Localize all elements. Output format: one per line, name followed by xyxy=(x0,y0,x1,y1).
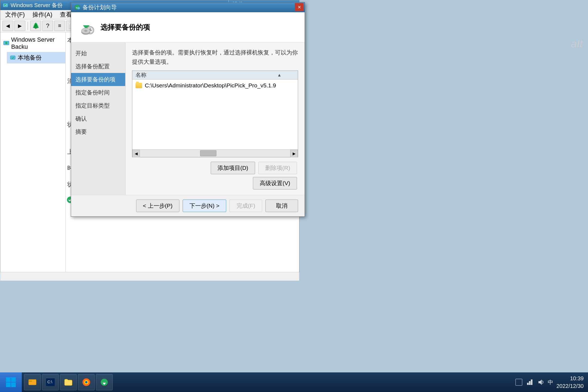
finish-btn[interactable]: 完成(F) xyxy=(229,200,262,212)
wizard-title-icon xyxy=(74,4,80,10)
advanced-btn-row: 高级设置(V) xyxy=(132,177,298,189)
taskbar-backup-btn[interactable] xyxy=(96,374,113,390)
mmc-title-icon xyxy=(2,2,8,8)
wizard-footer: < 上一步(P) 下一步(N) > 完成(F) 取消 xyxy=(71,195,305,216)
wizard-header: 选择要备份的项 xyxy=(71,12,305,42)
language-indicator[interactable]: 中 xyxy=(548,379,553,386)
tree-item-local-backup[interactable]: 本地备份 xyxy=(7,52,65,63)
wizard-main-panel: 选择要备份的项。需要执行恢复时，通过选择裸机恢复，可以为你提供大量选项。 名称 … xyxy=(125,42,305,195)
taskbar-items: C:\ xyxy=(22,372,115,392)
taskbar-firefox-btn[interactable] xyxy=(78,374,95,390)
clock-time: 10:39 xyxy=(556,375,584,382)
scroll-track[interactable] xyxy=(140,150,290,157)
svg-text:C:\: C:\ xyxy=(47,380,52,384)
cancel-btn[interactable]: 取消 xyxy=(265,200,298,212)
toolbar-showhide-btn[interactable]: 🌲 xyxy=(30,21,41,31)
svg-rect-4 xyxy=(10,56,15,59)
toolbar-details-btn[interactable]: ≡ xyxy=(54,21,65,31)
step-summary[interactable]: 摘要 xyxy=(71,125,125,138)
svg-rect-20 xyxy=(6,377,11,382)
wizard-header-svg-icon xyxy=(78,18,95,35)
svg-rect-21 xyxy=(11,377,16,382)
scroll-left-btn[interactable]: ◀ xyxy=(132,150,140,157)
svg-rect-23 xyxy=(11,382,16,387)
step-select-config[interactable]: 选择备份配置 xyxy=(71,60,125,73)
folder-icon-sm xyxy=(136,83,142,88)
menu-action[interactable]: 操作(A) xyxy=(29,10,56,20)
file-listbox[interactable]: 名称 ▲ C:\Users\Administrator\Desktop\PicP… xyxy=(132,71,298,157)
svg-rect-33 xyxy=(527,383,529,385)
svg-point-12 xyxy=(77,7,80,10)
svg-rect-25 xyxy=(29,381,32,382)
file-listbox-scrollbar[interactable]: ◀ ▶ xyxy=(132,149,298,157)
scroll-thumb[interactable] xyxy=(200,150,216,156)
tree-item-wsb[interactable]: Windows Server Backu xyxy=(0,35,65,52)
toolbar-back-btn[interactable]: ◀ xyxy=(2,21,13,31)
wizard-dialog: 备份计划向导 ✕ 选择要备份的项 开始 选择备份配置 xyxy=(71,2,305,217)
taskbar-folder-btn[interactable] xyxy=(60,374,77,390)
wizard-close-btn[interactable]: ✕ xyxy=(295,3,304,11)
file-listbox-header: 名称 ▲ xyxy=(132,71,298,79)
explorer-icon xyxy=(27,377,37,387)
wizard-description: 选择要备份的项。需要执行恢复时，通过选择裸机恢复，可以为你提供大量选项。 xyxy=(132,48,298,66)
wizard-titlebar: 备份计划向导 ✕ xyxy=(71,2,305,12)
csdn-watermark: aIt xyxy=(571,38,583,50)
backup-taskbar-icon xyxy=(99,377,109,387)
cmd-icon: C:\ xyxy=(45,377,55,387)
network-icon[interactable] xyxy=(526,378,534,386)
step-specify-time[interactable]: 指定备份时间 xyxy=(71,86,125,99)
file-listbox-content: C:\Users\Administrator\Desktop\PicPick_P… xyxy=(132,79,298,149)
windows-logo-icon xyxy=(5,377,16,388)
mmc-tree-panel: Windows Server Backu 本地备份 xyxy=(0,32,66,272)
tree-item-wsb-label: Windows Server Backu xyxy=(11,36,63,50)
taskbar-clock[interactable]: 10:39 2022/12/30 xyxy=(556,375,584,390)
svg-rect-32 xyxy=(516,379,522,385)
file-path-0: C:\Users\Administrator\Desktop\PicPick_P… xyxy=(145,82,276,89)
wsb-icon xyxy=(3,40,10,47)
tree-children: 本地备份 xyxy=(0,52,65,63)
step-confirm[interactable]: 确认 xyxy=(71,112,125,125)
toolbar-forward-btn[interactable]: ▶ xyxy=(14,21,25,31)
svg-rect-24 xyxy=(29,379,36,385)
svg-marker-36 xyxy=(538,379,542,385)
clock-date: 2022/12/30 xyxy=(556,382,584,390)
svg-rect-35 xyxy=(531,379,532,385)
firefox-icon xyxy=(81,377,91,387)
taskbar-cmd-btn[interactable]: C:\ xyxy=(42,374,59,390)
tree-item-local-backup-label: 本地备份 xyxy=(18,54,42,62)
folder-icon xyxy=(63,377,73,387)
taskbar-tray: 中 10:39 2022/12/30 xyxy=(511,372,588,392)
menu-file[interactable]: 文件(F) xyxy=(1,10,29,20)
file-list-col-name: 名称 xyxy=(136,71,146,79)
svg-point-19 xyxy=(84,30,87,32)
step-start[interactable]: 开始 xyxy=(71,47,125,60)
step-select-items[interactable]: 选择要备份的项 xyxy=(71,73,125,86)
show-desktop-icon[interactable] xyxy=(515,378,523,386)
taskbar-explorer-btn[interactable] xyxy=(24,374,41,390)
mmc-statusbar xyxy=(0,272,299,281)
sort-arrow-icon: ▲ xyxy=(277,73,281,78)
mmc-title-text: Windows Server 备份 xyxy=(11,2,63,9)
volume-icon[interactable] xyxy=(537,378,544,386)
step-specify-target[interactable]: 指定目标类型 xyxy=(71,99,125,112)
scroll-right-btn[interactable]: ▶ xyxy=(290,150,298,157)
wizard-header-title: 选择要备份的项 xyxy=(100,23,150,32)
remove-item-btn[interactable]: 删除项(R) xyxy=(258,162,297,174)
svg-point-3 xyxy=(5,42,7,44)
taskbar-start-button[interactable] xyxy=(0,372,22,392)
next-btn[interactable]: 下一步(N) > xyxy=(183,200,226,212)
wizard-content: 开始 选择备份配置 选择要备份的项 指定备份时间 指定目标类型 确认 摘要 选择… xyxy=(71,42,305,195)
svg-rect-22 xyxy=(6,382,11,387)
toolbar-sep-1 xyxy=(27,22,28,30)
advanced-settings-btn[interactable]: 高级设置(V) xyxy=(253,177,297,189)
toolbar-help-btn[interactable]: ? xyxy=(42,21,53,31)
wizard-header-icon-container xyxy=(78,18,95,37)
taskbar: C:\ xyxy=(0,372,588,392)
wizard-title-text: 备份计划向导 xyxy=(82,4,117,11)
local-backup-icon xyxy=(10,54,16,61)
prev-btn[interactable]: < 上一步(P) xyxy=(136,200,179,212)
add-remove-btn-row: 添加项目(D) 删除项(R) xyxy=(132,162,298,174)
file-item-0[interactable]: C:\Users\Administrator\Desktop\PicPick_P… xyxy=(132,81,298,90)
svg-rect-34 xyxy=(529,381,531,385)
add-item-btn[interactable]: 添加项目(D) xyxy=(211,162,255,174)
